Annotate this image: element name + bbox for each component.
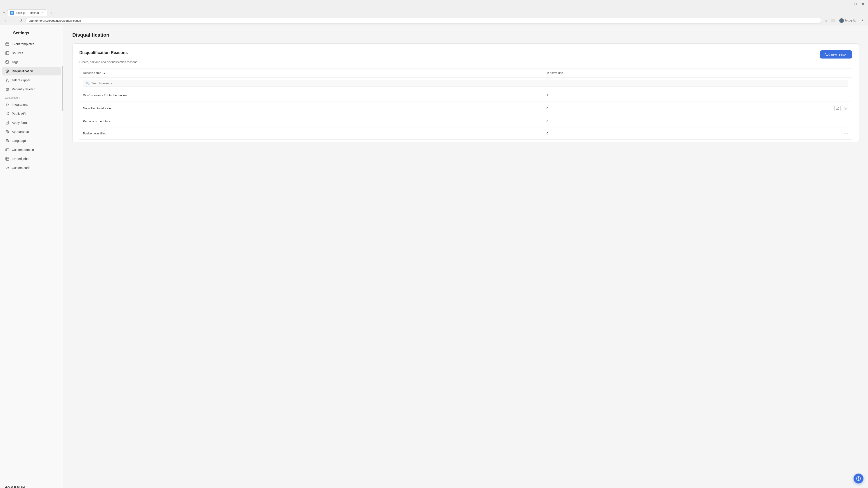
svg-rect-15: [6, 88, 8, 91]
tab-bar: ▾ H Settings · Homerun ✕ +: [0, 8, 868, 16]
svg-point-22: [8, 112, 8, 113]
sidebar-item-recently-deleted[interactable]: Recently deleted: [2, 85, 61, 94]
col-in-active-use: In active use: [543, 68, 831, 77]
custom-domain-icon: [5, 148, 9, 152]
delete-icon-button[interactable]: [842, 105, 848, 111]
row-actions-dots[interactable]: ···: [844, 131, 848, 135]
search-input[interactable]: [91, 82, 845, 85]
customize-section[interactable]: Customize ▾: [2, 94, 61, 100]
table-row: Perhaps in the future 0 ···: [79, 115, 852, 127]
homerun-logo: HOMERUN: [4, 486, 59, 488]
sidebar-item-event-templates[interactable]: Event templates: [2, 40, 61, 48]
active-tab[interactable]: H Settings · Homerun ✕: [7, 9, 47, 16]
sources-icon: [5, 51, 9, 55]
card-description: Create, edit and add disqualification re…: [79, 60, 852, 64]
sidebar-item-label: Embed jobs: [12, 157, 29, 161]
svg-rect-4: [6, 52, 9, 55]
sidebar-item-label: Tags: [12, 60, 19, 64]
incognito-icon: 👤: [839, 18, 844, 23]
sidebar-item-appearance[interactable]: Appearance: [2, 127, 61, 136]
sidebar-title: Settings: [13, 31, 29, 35]
search-box[interactable]: 🔍: [83, 80, 848, 87]
calendar-icon: [5, 42, 9, 46]
back-button[interactable]: ‹: [2, 18, 8, 24]
svg-point-7: [6, 61, 7, 62]
sidebar-item-label: Public API: [12, 112, 26, 116]
svg-line-40: [7, 167, 7, 169]
incognito-badge[interactable]: 👤 Incognito: [837, 18, 859, 24]
appearance-icon: [5, 129, 9, 134]
svg-line-14: [7, 81, 9, 82]
active-use-cell: 0: [543, 127, 831, 140]
active-use-cell: 0: [543, 101, 831, 115]
refresh-button[interactable]: ↺: [18, 18, 24, 24]
col-reason-name[interactable]: Reason name ▲: [79, 68, 543, 77]
sidebar-item-sources[interactable]: Sources: [2, 49, 61, 57]
sidebar-item-label: Language: [12, 139, 26, 142]
sidebar-item-embed-jobs[interactable]: Embed jobs: [2, 155, 61, 163]
row-action-icons: [834, 105, 848, 111]
svg-point-12: [6, 80, 7, 82]
row-actions-dots[interactable]: ···: [844, 119, 848, 123]
sidebar-item-label: Talent clipper: [12, 78, 31, 82]
svg-rect-0: [6, 43, 9, 46]
language-icon: [5, 138, 9, 143]
address-text: app.homerun.co/settings/disqualification: [29, 19, 81, 22]
sidebar-scroll: Event templates Sources: [0, 40, 63, 482]
browser-chrome: — ❐ ✕ ▾ H Settings · Homerun ✕ + ‹ › ↺ a…: [0, 0, 868, 25]
sidebar-item-custom-code[interactable]: Custom code: [2, 164, 61, 172]
svg-line-24: [7, 113, 8, 113]
sidebar-item-label: Recently deleted: [12, 88, 35, 91]
tab-dropdown-button[interactable]: ▾: [2, 11, 6, 15]
address-bar[interactable]: app.homerun.co/settings/disqualification: [25, 18, 821, 24]
tags-icon: [5, 60, 9, 64]
sidebar-item-integrations[interactable]: Integrations: [2, 100, 61, 109]
sidebar-item-language[interactable]: Language: [2, 136, 61, 145]
custom-code-icon: [5, 166, 9, 170]
talent-clipper-icon: [5, 78, 9, 83]
minimize-button[interactable]: —: [844, 1, 851, 7]
help-button[interactable]: [854, 474, 864, 484]
sidebar-footer: HOMERUN: [0, 482, 63, 488]
back-icon[interactable]: ←: [4, 30, 11, 36]
svg-line-25: [7, 114, 8, 114]
customize-chevron: ▾: [19, 97, 20, 99]
reason-name-cell: Not willing to relocate: [79, 101, 543, 115]
sidebar-item-label: Sources: [12, 51, 23, 55]
sidebar-item-custom-domain[interactable]: Custom domain: [2, 145, 61, 154]
svg-point-21: [6, 113, 7, 114]
add-new-reason-button[interactable]: Add new reason: [820, 51, 852, 59]
sidebar-item-label: Appearance: [12, 130, 29, 133]
row-actions-dots[interactable]: ···: [844, 93, 848, 97]
main-content: Disqualification Disqualification Reason…: [63, 25, 868, 488]
apply-form-icon: [5, 121, 9, 125]
more-button[interactable]: ⋮: [860, 18, 866, 24]
maximize-button[interactable]: ❐: [852, 1, 859, 7]
reason-name-cell: Didn't show-up/ For further review: [79, 89, 543, 101]
sidebar-item-talent-clipper[interactable]: Talent clipper: [2, 76, 61, 85]
incognito-label: Incognito: [845, 19, 856, 22]
split-screen-button[interactable]: ⬜: [830, 18, 836, 24]
embed-jobs-icon: [5, 157, 9, 161]
edit-icon-button[interactable]: [834, 105, 841, 111]
address-bar-row: ‹ › ↺ app.homerun.co/settings/disqualifi…: [0, 16, 868, 25]
svg-rect-35: [6, 149, 9, 151]
tab-close-button[interactable]: ✕: [41, 11, 44, 15]
sidebar-item-disqualification[interactable]: Disqualification: [2, 67, 61, 75]
reason-name-cell: Position was filled: [79, 127, 543, 140]
col-actions: [831, 68, 852, 77]
disqualification-card: Disqualification Reasons Add new reason …: [72, 43, 859, 142]
sidebar-item-tags[interactable]: Tags: [2, 58, 61, 66]
integrations-icon: [5, 102, 9, 107]
sidebar-item-label: Event templates: [12, 42, 34, 46]
public-api-icon: [5, 111, 9, 116]
close-button[interactable]: ✕: [860, 1, 866, 7]
bookmark-button[interactable]: ☆: [823, 18, 829, 24]
new-tab-button[interactable]: +: [48, 10, 55, 16]
reasons-table: Reason name ▲ In active use: [79, 68, 852, 140]
actions-cell: ···: [831, 89, 852, 101]
sidebar-item-public-api[interactable]: Public API: [2, 109, 61, 118]
forward-button[interactable]: ›: [10, 18, 16, 24]
actions-cell: ···: [831, 127, 852, 140]
sidebar-item-apply-form[interactable]: Apply form: [2, 119, 61, 127]
